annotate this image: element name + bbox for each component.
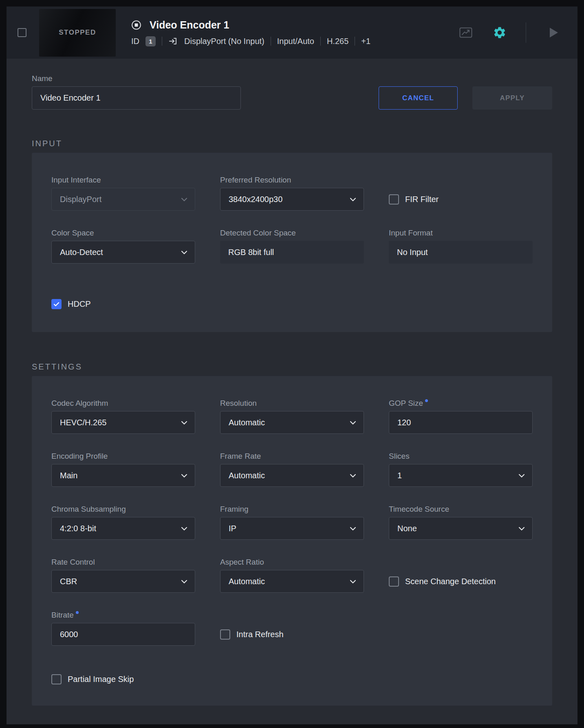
input-format-label: Input Format — [389, 229, 533, 238]
resolution-value: Automatic — [229, 418, 265, 427]
hdcp-checkbox[interactable]: HDCP — [51, 299, 533, 309]
chevron-down-icon — [350, 421, 356, 425]
codec-algorithm-select[interactable]: HEVC/H.265 — [51, 411, 195, 434]
preview-thumbnail: STOPPED — [39, 9, 116, 57]
checkbox-box[interactable] — [51, 299, 62, 309]
fir-filter-checkbox[interactable]: FIR Filter — [389, 188, 533, 211]
slices-value: 1 — [397, 471, 402, 480]
color-space-label: Color Space — [51, 229, 195, 238]
partial-image-skip-label: Partial Image Skip — [68, 675, 134, 684]
chroma-subsampling-label: Chroma Subsampling — [51, 505, 195, 514]
modified-dot — [425, 399, 428, 402]
resolution-select[interactable]: Automatic — [220, 411, 364, 434]
scene-change-detection-label: Scene Change Detection — [405, 577, 496, 586]
name-label: Name — [32, 74, 241, 83]
codec-algorithm-label: Codec Algorithm — [51, 399, 195, 408]
chroma-subsampling-value: 4:2:0 8-bit — [60, 524, 96, 533]
chroma-subsampling-field: Chroma Subsampling 4:2:0 8-bit — [51, 505, 195, 540]
aspect-ratio-select[interactable]: Automatic — [220, 570, 364, 593]
checkbox-box[interactable] — [389, 194, 399, 205]
meta-more: +1 — [361, 37, 370, 46]
chevron-down-icon — [181, 474, 187, 478]
aspect-ratio-value: Automatic — [229, 577, 265, 586]
intra-refresh-checkbox[interactable]: Intra Refresh — [220, 623, 364, 646]
chevron-down-icon — [181, 198, 187, 202]
rate-control-label: Rate Control — [51, 558, 195, 567]
gop-size-field: GOP Size — [389, 399, 533, 434]
input-interface-select[interactable]: DisplayPort — [51, 188, 195, 211]
divider — [162, 37, 162, 46]
play-icon[interactable] — [549, 27, 559, 38]
name-field: Name — [32, 74, 241, 110]
chevron-down-icon — [181, 580, 187, 584]
divider — [271, 37, 271, 46]
checkbox-box[interactable] — [220, 629, 230, 640]
rate-control-field: Rate Control CBR — [51, 558, 195, 593]
framing-select[interactable]: IP — [220, 517, 364, 540]
chevron-down-icon — [350, 580, 356, 584]
hdcp-label: HDCP — [68, 299, 91, 309]
input-format-value: No Input — [389, 241, 533, 264]
fir-filter-label: FIR Filter — [405, 195, 439, 204]
frame-rate-field: Frame Rate Automatic — [220, 452, 364, 487]
preferred-resolution-value: 3840x2400p30 — [229, 195, 282, 204]
frame-rate-value: Automatic — [229, 471, 265, 480]
checkbox-box[interactable] — [389, 576, 399, 587]
chevron-down-icon — [181, 251, 187, 255]
name-input[interactable] — [32, 86, 241, 110]
chroma-subsampling-select[interactable]: 4:2:0 8-bit — [51, 517, 195, 540]
encoding-profile-field: Encoding Profile Main — [51, 452, 195, 487]
gop-size-label: GOP Size — [389, 399, 533, 408]
slices-field: Slices 1 — [389, 452, 533, 487]
checkbox-box[interactable] — [51, 674, 62, 684]
chevron-down-icon — [518, 474, 525, 478]
title-row: Video Encoder 1 — [131, 19, 370, 31]
timecode-source-select[interactable]: None — [389, 517, 533, 540]
preferred-resolution-field: Preferred Resolution 3840x2400p30 — [220, 176, 364, 211]
stats-icon[interactable] — [459, 27, 472, 38]
divider — [526, 22, 526, 43]
frame-rate-label: Frame Rate — [220, 452, 364, 461]
chevron-down-icon — [350, 527, 356, 531]
settings-grid: Codec Algorithm HEVC/H.265 Resolution Au… — [51, 399, 533, 646]
gop-size-input[interactable] — [389, 411, 533, 434]
input-panel: Input Interface DisplayPort Preferred Re… — [32, 153, 552, 332]
scene-change-detection-checkbox[interactable]: Scene Change Detection — [389, 570, 533, 593]
frame-rate-select[interactable]: Automatic — [220, 464, 364, 487]
input-format-field: Input Format No Input — [389, 229, 533, 264]
modified-dot — [76, 611, 79, 614]
settings-gear-icon[interactable] — [493, 26, 507, 40]
name-row: Name CANCEL APPLY — [32, 74, 552, 110]
encoding-profile-label: Encoding Profile — [51, 452, 195, 461]
chevron-down-icon — [181, 421, 187, 425]
color-space-select[interactable]: Auto-Detect — [51, 241, 195, 264]
framing-field: Framing IP — [220, 505, 364, 540]
preferred-resolution-label: Preferred Resolution — [220, 176, 364, 185]
rate-control-select[interactable]: CBR — [51, 570, 195, 593]
input-grid: Input Interface DisplayPort Preferred Re… — [51, 176, 533, 264]
codec-algorithm-value: HEVC/H.265 — [60, 418, 107, 427]
partial-image-skip-checkbox[interactable]: Partial Image Skip — [51, 674, 533, 684]
aspect-ratio-label: Aspect Ratio — [220, 558, 364, 567]
slices-label: Slices — [389, 452, 533, 461]
settings-panel: Codec Algorithm HEVC/H.265 Resolution Au… — [32, 376, 552, 706]
apply-button[interactable]: APPLY — [472, 86, 552, 110]
id-badge: 1 — [145, 36, 156, 46]
framing-label: Framing — [220, 505, 364, 514]
input-interface-label: Input Interface — [51, 176, 195, 185]
detected-color-space-label: Detected Color Space — [220, 229, 364, 238]
detected-color-space-field: Detected Color Space RGB 8bit full — [220, 229, 364, 264]
page-title: Video Encoder 1 — [150, 19, 229, 31]
bitrate-input[interactable] — [51, 623, 195, 646]
slices-select[interactable]: 1 — [389, 464, 533, 487]
input-section-title: INPUT — [32, 138, 552, 149]
cancel-button[interactable]: CANCEL — [379, 86, 458, 110]
input-arrow-icon — [168, 36, 178, 46]
preferred-resolution-select[interactable]: 3840x2400p30 — [220, 188, 364, 211]
chevron-down-icon — [518, 527, 525, 531]
codec-algorithm-field: Codec Algorithm HEVC/H.265 — [51, 399, 195, 434]
input-interface-value: DisplayPort — [60, 195, 101, 204]
encoding-profile-select[interactable]: Main — [51, 464, 195, 487]
timecode-source-label: Timecode Source — [389, 505, 533, 514]
select-encoder-checkbox[interactable] — [18, 28, 26, 37]
